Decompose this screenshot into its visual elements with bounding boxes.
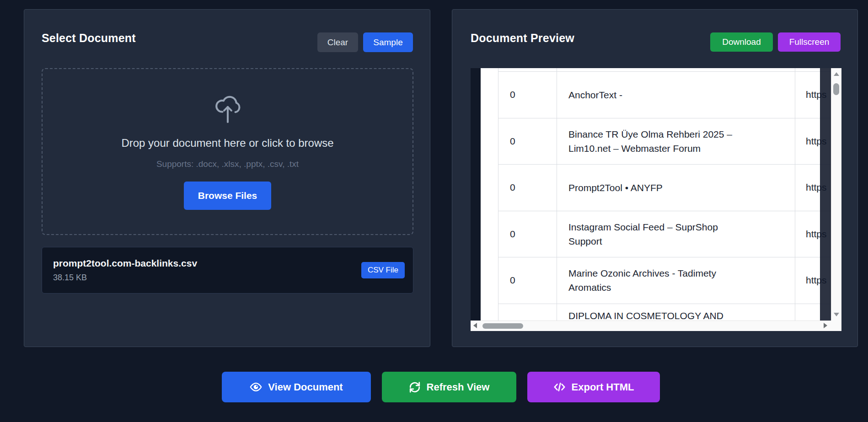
dropzone-main-text: Drop your document here or click to brow… [121, 137, 333, 150]
cell-anchor-text: Instagram Social Feed – SuprShopSupport [568, 211, 791, 257]
preview-table-row: 0AnchorText -https [498, 72, 831, 118]
action-bar: View Document Refresh View Export HTML [222, 372, 660, 402]
horizontal-scrollbar-thumb[interactable] [482, 323, 523, 329]
cell-anchor-text: AnchorText - [568, 72, 791, 118]
scrollbar-corner [831, 321, 841, 331]
file-type-badge: CSV File [361, 262, 405, 278]
export-html-label: Export HTML [572, 381, 634, 393]
preview-table-row: 0Marine Ozonic Archives - TadimetyAromat… [498, 257, 831, 304]
dropzone-supports-text: Supports: .docx, .xlsx, .pptx, .csv, .tx… [156, 159, 299, 169]
eye-icon [250, 381, 262, 393]
document-preview-title: Document Preview [471, 32, 574, 45]
selected-file-row[interactable]: prompt2tool.com-backlinks.csv 38.15 KB C… [42, 247, 413, 294]
view-document-label: View Document [268, 381, 343, 393]
preview-table: 0AnchorText -https0Binance TR Üye Olma R… [498, 68, 831, 321]
refresh-view-label: Refresh View [427, 381, 490, 393]
browse-files-button[interactable]: Browse Files [184, 182, 271, 210]
preview-right-dark-strip [820, 68, 831, 321]
sample-button[interactable]: Sample [363, 32, 413, 52]
scroll-left-arrow-icon[interactable] [473, 323, 477, 328]
selected-file-info: prompt2tool.com-backlinks.csv 38.15 KB [53, 258, 197, 283]
scroll-right-arrow-icon[interactable] [824, 323, 827, 328]
document-preview-frame: 0AnchorText -https0Binance TR Üye Olma R… [471, 68, 841, 331]
preview-header-buttons: Download Fullscreen [710, 32, 841, 52]
code-icon [553, 381, 566, 393]
cell-number: 0 [510, 118, 515, 165]
cell-number: 0 [510, 211, 515, 257]
select-document-title: Select Document [42, 32, 136, 45]
scroll-up-arrow-icon[interactable] [834, 72, 839, 76]
preview-left-dark-strip [471, 68, 481, 321]
cell-anchor-text: Binance TR Üye Olma Rehberi 2025 –Lim10.… [568, 118, 791, 165]
file-dropzone[interactable]: Drop your document here or click to brow… [42, 68, 413, 235]
cloud-upload-icon [214, 93, 241, 125]
table-border-line [498, 68, 498, 321]
vertical-scrollbar-thumb[interactable] [833, 83, 839, 95]
scroll-down-arrow-icon[interactable] [834, 313, 839, 316]
selected-file-name: prompt2tool.com-backlinks.csv [53, 258, 197, 269]
table-border-line [557, 68, 557, 321]
download-button[interactable]: Download [710, 32, 773, 52]
select-header-buttons: Clear Sample [317, 32, 413, 52]
document-preview-panel: Document Preview Download Fullscreen 0An… [452, 9, 858, 347]
clear-button[interactable]: Clear [317, 32, 358, 52]
export-html-button[interactable]: Export HTML [527, 372, 660, 402]
preview-table-top-sliver [498, 68, 831, 72]
cell-number: 0 [510, 72, 515, 118]
cell-number: 0 [510, 257, 515, 304]
table-border-line [795, 68, 795, 321]
preview-table-row: 0Instagram Social Feed – SuprShopSupport… [498, 211, 831, 258]
cell-number: 0 [510, 165, 515, 211]
fullscreen-button[interactable]: Fullscreen [778, 32, 841, 52]
preview-vertical-scrollbar[interactable] [831, 68, 841, 321]
preview-table-row: 0Prompt2Tool • ANYFPhttps [498, 165, 831, 211]
view-document-button[interactable]: View Document [222, 372, 371, 402]
selected-file-size: 38.15 KB [53, 273, 197, 283]
select-document-panel: Select Document Clear Sample Drop your d… [24, 9, 430, 347]
cell-anchor-text: Prompt2Tool • ANYFP [568, 165, 791, 211]
cell-anchor-text: Marine Ozonic Archives - TadimetyAromati… [568, 257, 791, 304]
refresh-view-button[interactable]: Refresh View [382, 372, 516, 402]
preview-horizontal-scrollbar[interactable] [471, 321, 831, 331]
preview-table-row: 0Binance TR Üye Olma Rehberi 2025 –Lim10… [498, 118, 831, 165]
refresh-icon [409, 381, 421, 393]
